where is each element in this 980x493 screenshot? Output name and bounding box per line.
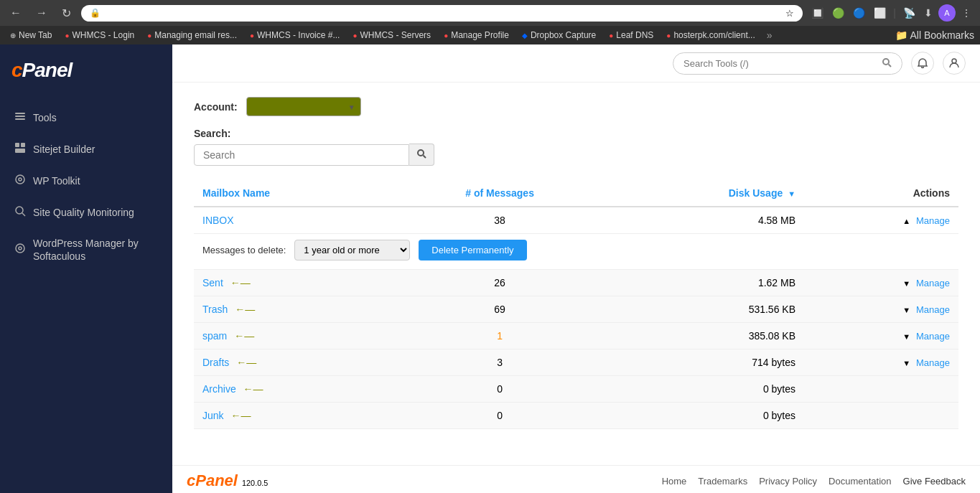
user-profile-button[interactable]	[943, 52, 966, 75]
archive-disk-cell: 0 bytes	[602, 376, 804, 403]
bookmark-manage-profile[interactable]: ● Manage Profile	[439, 29, 513, 42]
table-row-sent: Sent ←— 26 1.62 MB ▼ Manage	[194, 270, 958, 296]
cast-icon[interactable]: 📡	[900, 6, 918, 20]
browser-chrome: ← → ↻ 🔒 s11.hosterpk.com:2083/cpsess2716…	[0, 0, 980, 26]
sidebar-item-wp-toolkit[interactable]: WP Toolkit	[0, 165, 172, 197]
hosterpk-icon: ●	[666, 32, 671, 39]
sidebar-item-wp-manager[interactable]: WordPress Manager by Softaculous	[0, 228, 172, 271]
bookmark-new-tab[interactable]: ⊕ New Tab	[6, 29, 56, 42]
search-tools-container[interactable]	[673, 52, 902, 75]
sidebar-item-label-sitejet: Sitejet Builder	[33, 144, 95, 155]
spam-expand-icon: ▼	[902, 332, 910, 341]
menu-icon[interactable]: ⋮	[958, 6, 974, 20]
sent-name-cell: Sent ←—	[194, 270, 397, 296]
sidebar-item-tools[interactable]: Tools	[0, 102, 172, 133]
delete-permanently-button[interactable]: Delete Permanently	[419, 240, 526, 260]
inbox-name-cell: INBOX	[194, 207, 397, 234]
account-select-wrapper[interactable]	[246, 97, 361, 116]
star-icon[interactable]: ☆	[785, 8, 794, 19]
forward-button[interactable]: →	[32, 5, 52, 21]
more-bookmarks[interactable]: »	[767, 29, 773, 41]
trash-link[interactable]: Trash	[202, 304, 228, 315]
sidebar-logo: cPanel	[0, 44, 172, 96]
footer: cPanel 120.0.5 Home Trademarks Privacy P…	[172, 465, 980, 493]
sent-disk-cell: 1.62 MB	[602, 270, 804, 296]
svg-rect-0	[15, 113, 25, 114]
spam-manage-link[interactable]: Manage	[916, 331, 950, 342]
profile-icon[interactable]: A	[938, 4, 956, 22]
spam-messages-cell: 1	[397, 323, 603, 349]
extension-icon-4[interactable]: ⬜	[871, 6, 889, 20]
drafts-arrow-icon: ←—	[236, 357, 256, 368]
refresh-button[interactable]: ↻	[57, 5, 75, 22]
bookmark-whmcs-servers[interactable]: ● WHMCS - Servers	[348, 29, 435, 42]
footer-trademarks-link[interactable]: Trademarks	[698, 476, 747, 487]
footer-feedback-link[interactable]: Give Feedback	[903, 476, 966, 487]
sent-manage-link[interactable]: Manage	[916, 278, 950, 288]
messages-to-delete-select[interactable]: 1 year old or more 6 months old or more …	[294, 240, 410, 260]
download-icon[interactable]: ⬇	[921, 6, 935, 20]
search-tools-input[interactable]	[683, 58, 876, 69]
account-select[interactable]	[246, 97, 361, 116]
inbox-actions-cell: ▲ Manage	[804, 207, 958, 234]
extension-icon-3[interactable]: 🔵	[850, 6, 868, 20]
drafts-name-cell: Drafts ←—	[194, 349, 397, 376]
search-input[interactable]	[194, 144, 409, 166]
all-bookmarks[interactable]: 📁 All Bookmarks	[895, 29, 974, 41]
bookmark-whmcs-login[interactable]: ● WHMCS - Login	[60, 29, 139, 42]
inbox-disk-cell: 4.58 MB	[602, 207, 804, 234]
back-button[interactable]: ←	[6, 5, 26, 21]
sidebar-item-label-wp-manager: WordPress Manager by Softaculous	[33, 237, 158, 263]
app-layout: cPanel Tools Sitejet Builder WP Toolk	[0, 44, 980, 493]
footer-privacy-link[interactable]: Privacy Policy	[759, 476, 817, 487]
svg-rect-4	[21, 143, 25, 147]
url-input[interactable]: s11.hosterpk.com:2083/cpsess2716931202/f…	[105, 8, 781, 19]
bookmark-managing-email[interactable]: ● Managing email res...	[143, 29, 241, 42]
inbox-manage-link[interactable]: Manage	[916, 215, 950, 226]
archive-link[interactable]: Archive	[202, 383, 236, 395]
top-bar	[172, 44, 980, 83]
footer-home-link[interactable]: Home	[662, 476, 687, 487]
browser-icons: 🔲 🟢 🔵 ⬜ | 📡 ⬇ A ⋮	[808, 4, 974, 22]
invoice-icon: ●	[250, 32, 254, 39]
sidebar-item-sitejet[interactable]: Sitejet Builder	[0, 133, 172, 165]
drafts-disk-cell: 714 bytes	[602, 349, 804, 376]
bookmark-hosterpk[interactable]: ● hosterpk.com/client...	[662, 29, 759, 42]
trash-expand-icon: ▼	[902, 306, 910, 314]
address-bar[interactable]: 🔒 s11.hosterpk.com:2083/cpsess2716931202…	[81, 5, 803, 22]
col-disk-usage[interactable]: Disk Usage ▼	[602, 180, 804, 207]
footer-docs-link[interactable]: Documentation	[829, 476, 891, 487]
cpanel-logo-text: cPanel	[11, 59, 161, 82]
spam-disk-cell: 385.08 KB	[602, 323, 804, 349]
spam-name-cell: spam ←—	[194, 323, 397, 349]
search-submit-button[interactable]	[409, 144, 434, 166]
bookmark-whmcs-invoice[interactable]: ● WHMCS - Invoice #...	[246, 29, 344, 42]
col-mailbox-name[interactable]: Mailbox Name	[194, 180, 397, 207]
table-row-drafts: Drafts ←— 3 714 bytes ▼ Manage	[194, 349, 958, 376]
junk-link[interactable]: Junk	[202, 410, 224, 421]
extension-icon-2[interactable]: 🟢	[829, 6, 847, 20]
bookmark-dropbox[interactable]: ◆ Dropbox Capture	[518, 29, 600, 42]
junk-name-cell: Junk ←—	[194, 403, 397, 429]
sent-messages-cell: 26	[397, 270, 603, 296]
archive-name-cell: Archive ←—	[194, 376, 397, 403]
sidebar-item-label-wp-toolkit: WP Toolkit	[33, 175, 80, 187]
spam-arrow-icon: ←—	[234, 330, 254, 342]
sent-arrow-icon: ←—	[230, 277, 251, 288]
col-messages[interactable]: # of Messages	[397, 180, 603, 207]
drafts-link[interactable]: Drafts	[202, 357, 229, 368]
account-label: Account:	[194, 101, 238, 113]
archive-actions-cell	[804, 376, 958, 403]
notifications-button[interactable]	[911, 52, 934, 75]
inbox-link[interactable]: INBOX	[202, 215, 234, 226]
sent-link[interactable]: Sent	[202, 277, 223, 288]
sidebar-item-site-quality[interactable]: Site Quality Monitoring	[0, 197, 172, 228]
drafts-manage-link[interactable]: Manage	[916, 357, 950, 368]
trash-manage-link[interactable]: Manage	[916, 304, 950, 315]
bookmark-leaf-dns[interactable]: ● Leaf DNS	[605, 29, 658, 42]
spam-link[interactable]: spam	[202, 330, 227, 342]
profile-bm-icon: ●	[444, 32, 448, 39]
extension-icon-1[interactable]: 🔲	[808, 6, 826, 20]
site-quality-icon	[14, 205, 26, 220]
trash-arrow-icon: ←—	[235, 304, 255, 315]
